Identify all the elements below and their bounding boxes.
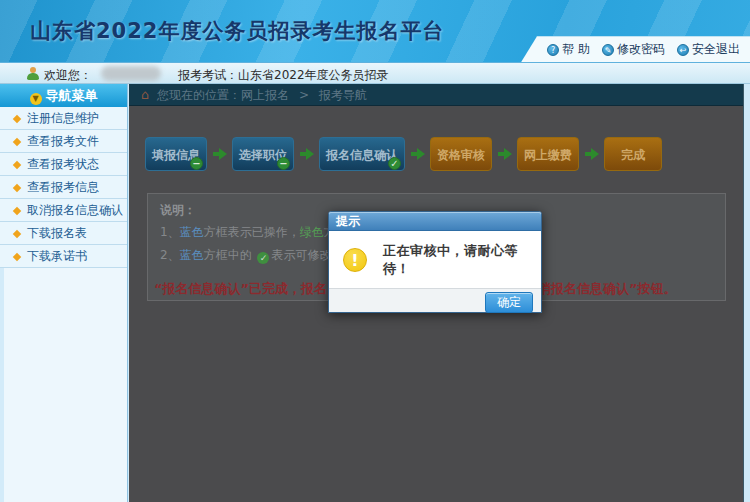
sidebar-item-label: 查看报考状态 [27, 157, 99, 171]
diamond-bullet-icon [13, 230, 21, 238]
header-link-label: 帮 助 [562, 41, 590, 58]
sidebar-item-label: 查看报考信息 [27, 180, 99, 194]
warning-exclamation-icon: ! [343, 248, 367, 272]
welcome-bar: 欢迎您： 报考考试：山东省2022年度公务员招录 [0, 62, 750, 84]
sidebar-item[interactable]: 查看报考文件 [0, 130, 127, 153]
sidebar-item[interactable]: 查看报考状态 [0, 153, 127, 176]
alert-dialog: 提示 ! 正在审核中，请耐心等待！ 确定 [328, 211, 542, 313]
logout-link[interactable]: ↩ 安全退出 [677, 41, 740, 58]
sidebar-item-label: 下载报名表 [27, 226, 87, 240]
nav-menu-header[interactable]: ▼导航菜单 [0, 84, 127, 107]
welcome-label: 欢迎您： [44, 67, 92, 84]
ok-button[interactable]: 确定 [485, 292, 533, 313]
diamond-bullet-icon [13, 207, 21, 215]
header-link-label: 修改密码 [617, 41, 665, 58]
help-icon: ? [547, 44, 559, 56]
password-icon: ✎ [602, 44, 614, 56]
header-links-tab: ? 帮 助 ✎ 修改密码 ↩ 安全退出 [521, 36, 750, 62]
sidebar-nav: ▼导航菜单 注册信息维护 查看报考文件 查看报考状态 [0, 84, 128, 502]
help-link[interactable]: ? 帮 助 [547, 41, 590, 58]
exam-name-label: 报考考试：山东省2022年度公务员招录 [178, 67, 389, 84]
user-icon [27, 67, 39, 80]
dialog-body: ! 正在审核中，请耐心等待！ [329, 231, 541, 288]
header-link-label: 安全退出 [692, 41, 740, 58]
registration-platform-page: 山东省2022年度公务员招录考生报名平台 ? 帮 助 ✎ 修改密码 ↩ 安全退出 [0, 0, 750, 502]
dialog-title-bar[interactable]: 提示 [329, 212, 541, 231]
sidebar-item-label: 取消报名信息确认 [27, 203, 123, 217]
sidebar-item[interactable]: 下载承诺书 [0, 245, 127, 268]
sidebar-item[interactable]: 下载报名表 [0, 222, 127, 245]
diamond-bullet-icon [13, 138, 21, 146]
sidebar-item[interactable]: 取消报名信息确认 [0, 199, 127, 222]
dialog-footer: 确定 [329, 288, 541, 312]
page-title: 山东省2022年度公务员招录考生报名平台 [30, 17, 444, 45]
sidebar-item-list: 注册信息维护 查看报考文件 查看报考状态 查看报考信息 [0, 107, 127, 268]
diamond-bullet-icon [13, 253, 21, 261]
sidebar-item-label: 查看报考文件 [27, 134, 99, 148]
sidebar-item-label: 下载承诺书 [27, 249, 87, 263]
sidebar-item-label: 注册信息维护 [27, 111, 99, 125]
dialog-message: 正在审核中，请耐心等待！ [383, 242, 527, 278]
nav-menu-title: 导航菜单 [46, 88, 98, 103]
diamond-bullet-icon [13, 184, 21, 192]
header-banner: 山东省2022年度公务员招录考生报名平台 ? 帮 助 ✎ 修改密码 ↩ 安全退出 [0, 0, 750, 62]
user-name-redacted [101, 66, 161, 81]
diamond-bullet-icon [13, 115, 21, 123]
chevron-down-icon: ▼ [30, 93, 42, 105]
sidebar-item[interactable]: 查看报考信息 [0, 176, 127, 199]
logout-icon: ↩ [677, 44, 689, 56]
sidebar-item[interactable]: 注册信息维护 [0, 107, 127, 130]
password-link[interactable]: ✎ 修改密码 [602, 41, 665, 58]
diamond-bullet-icon [13, 161, 21, 169]
